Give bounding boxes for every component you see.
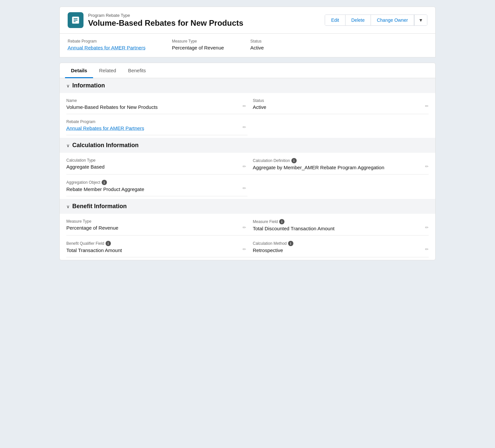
calculation-fields-grid: Calculation Type Aggregate Based ✏ Calcu… [60,153,435,196]
benefit-measure-type-value: Percentage of Revenue [66,225,237,231]
page-title: Volume-Based Rebates for New Products [88,18,243,28]
benefit-section-header[interactable]: ∨ Benefit Information [60,199,435,214]
rebate-program-label: Rebate Program [68,39,146,44]
measure-field-value: Total Discounted Transaction Amount [253,226,423,231]
actions-dropdown-button[interactable]: ▼ [414,15,427,25]
name-field-cell: Name Volume-Based Rebates for New Produc… [66,93,248,114]
agg-object-edit-icon[interactable]: ✏ [243,186,246,191]
calculation-chevron-icon: ∨ [66,143,70,148]
benefit-qualifier-field-cell: Benefit Qualifier Field i Total Transact… [66,236,248,257]
calc-method-info-icon[interactable]: i [288,241,293,246]
benefit-qualifier-edit-icon[interactable]: ✏ [243,247,246,252]
rebate-program-field: Rebate Program Annual Rebates for AMER P… [68,39,146,50]
status-value: Active [250,45,264,50]
agg-object-label: Aggregation Object i [66,180,237,185]
tab-details[interactable]: Details [65,63,93,78]
empty-cell-1 [248,114,429,135]
benefit-section-title: Benefit Information [72,203,127,210]
rebate-program-info-label: Rebate Program [66,119,237,124]
calculation-section: ∨ Calculation Information Calculation Ty… [60,138,435,199]
tab-related[interactable]: Related [93,63,122,78]
status-info-value: Active [253,104,423,110]
benefit-chevron-icon: ∨ [66,204,70,209]
calc-def-edit-icon[interactable]: ✏ [425,164,429,169]
rebate-program-info-field-cell: Rebate Program Annual Rebates for AMER P… [66,114,248,135]
calc-method-label: Calculation Method i [253,241,423,246]
benefit-section: ∨ Benefit Information Measure Type Perce… [60,199,435,260]
calc-method-edit-icon[interactable]: ✏ [425,247,429,252]
calc-method-value: Retrospective [253,247,423,253]
tabs-bar: Details Related Benefits [60,63,435,78]
app-icon [68,12,83,28]
information-chevron-icon: ∨ [66,83,70,88]
calc-def-value: Aggregate by Member_AMER Rebate Program … [253,165,423,170]
agg-object-info-icon[interactable]: i [102,180,107,185]
benefit-qualifier-value: Total Transaction Amount [66,247,237,253]
measure-type-field: Measure Type Percentage of Revenue [172,39,224,50]
rebate-program-edit-icon[interactable]: ✏ [243,125,246,130]
calc-type-value: Aggregate Based [66,164,237,170]
header-actions: Edit Delete Change Owner ▼ [325,15,427,26]
information-section: ∨ Information Name Volume-Based Rebates … [60,78,435,138]
calculation-section-title: Calculation Information [72,142,139,149]
empty-cell-2 [248,175,429,196]
page-container: Program Rebate Type Volume-Based Rebates… [59,7,436,260]
header-title-group: Program Rebate Type Volume-Based Rebates… [88,13,243,28]
calc-type-field-cell: Calculation Type Aggregate Based ✏ [66,153,248,175]
status-label: Status [250,39,264,44]
header-card: Program Rebate Type Volume-Based Rebates… [59,7,436,34]
calc-def-info-icon[interactable]: i [291,158,297,163]
measure-type-label: Measure Type [172,39,224,44]
calc-type-edit-icon[interactable]: ✏ [243,164,246,169]
tab-benefits[interactable]: Benefits [122,63,152,78]
calc-method-field-cell: Calculation Method i Retrospective ✏ [248,236,429,257]
agg-object-value: Rebate Member Product Aggregate [66,186,237,192]
calc-def-field-cell: Calculation Definition i Aggregate by Me… [248,153,429,175]
benefit-fields-grid: Measure Type Percentage of Revenue ✏ Mea… [60,214,435,257]
measure-type-value: Percentage of Revenue [172,45,224,50]
agg-object-field-cell: Aggregation Object i Rebate Member Produ… [66,175,248,196]
benefit-qualifier-label: Benefit Qualifier Field i [66,241,237,246]
benefit-measure-type-label: Measure Type [66,219,237,224]
edit-button[interactable]: Edit [325,15,345,25]
benefit-measure-type-field-cell: Measure Type Percentage of Revenue ✏ [66,214,248,236]
measure-field-edit-icon[interactable]: ✏ [425,225,429,230]
status-info-edit-icon[interactable]: ✏ [425,104,429,109]
status-info-field-cell: Status Active ✏ [248,93,429,114]
status-info-label: Status [253,98,423,103]
information-section-title: Information [72,82,105,89]
name-label: Name [66,98,237,103]
rebate-program-info-value[interactable]: Annual Rebates for AMER Partners [66,125,237,131]
info-strip: Rebate Program Annual Rebates for AMER P… [59,34,436,57]
calc-type-label: Calculation Type [66,158,237,163]
benefit-measure-type-edit-icon[interactable]: ✏ [243,225,246,230]
information-section-header[interactable]: ∨ Information [60,78,435,93]
information-fields-grid: Name Volume-Based Rebates for New Produc… [60,93,435,135]
calculation-section-header[interactable]: ∨ Calculation Information [60,138,435,153]
measure-field-label: Measure Field i [253,219,423,224]
benefit-qualifier-info-icon[interactable]: i [106,241,111,246]
change-owner-button[interactable]: Change Owner [371,15,414,25]
status-field: Status Active [250,39,264,50]
header-subtitle: Program Rebate Type [88,13,243,18]
tabs-card: Details Related Benefits ∨ Information N… [59,63,436,260]
delete-button[interactable]: Delete [346,15,371,25]
header-left: Program Rebate Type Volume-Based Rebates… [68,12,243,28]
calc-def-label: Calculation Definition i [253,158,423,163]
name-value: Volume-Based Rebates for New Products [66,104,237,110]
rebate-program-value[interactable]: Annual Rebates for AMER Partners [68,45,146,50]
measure-field-info-icon[interactable]: i [279,219,284,224]
name-edit-icon[interactable]: ✏ [243,104,246,109]
measure-field-cell: Measure Field i Total Discounted Transac… [248,214,429,236]
